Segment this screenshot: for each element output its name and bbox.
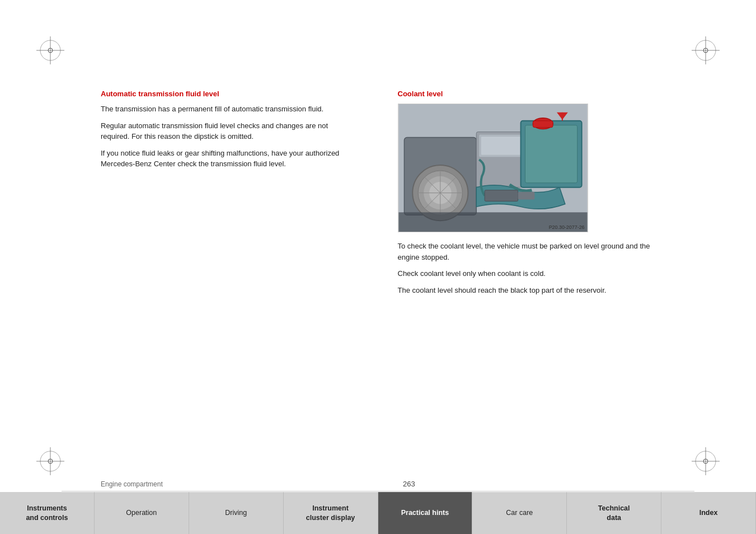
nav-item-car-care[interactable]: Car care [472,492,567,534]
page-footer: Engine compartment 263 [0,480,756,488]
right-para-1: To check the coolant level, the vehicle … [398,241,656,263]
right-para-3: The coolant level should reach the black… [398,285,656,296]
separator-line [62,491,694,491]
reg-mark-br [689,444,722,478]
svg-rect-31 [525,125,577,183]
svg-rect-36 [485,190,518,202]
left-para-2: Regular automatic transmission fluid lev… [101,120,359,142]
nav-item-operation[interactable]: Operation [95,492,189,534]
nav-item-index[interactable]: Index [661,492,756,534]
left-section-title: Automatic transmission fluid level [101,90,359,98]
left-para-1: The transmission has a permanent fill of… [101,104,359,115]
right-para-2: Check coolant level only when coolant is… [398,268,656,279]
nav-item-instrument-cluster-display[interactable]: Instrument cluster display [284,492,378,534]
nav-item-instruments-and-controls[interactable]: Instruments and controls [0,492,95,534]
reg-mark-tr [689,34,722,67]
svg-text:P20.30-2077-26: P20.30-2077-26 [548,224,584,230]
nav-item-driving[interactable]: Driving [189,492,284,534]
nav-item-technical-data[interactable]: Technical data [567,492,661,534]
right-column: Coolant level [392,90,656,433]
page-content: Automatic transmission fluid level The t… [101,90,655,433]
bottom-nav-bar: Instruments and controls Operation Drivi… [0,492,756,534]
reg-mark-tl [34,34,67,67]
left-column: Automatic transmission fluid level The t… [101,90,370,433]
nav-item-practical-hints[interactable]: Practical hints [378,492,473,534]
section-label: Engine compartment [101,480,163,488]
right-section-title: Coolant level [398,90,656,98]
svg-rect-29 [481,136,522,155]
reg-mark-bl [34,444,67,478]
engine-image: P20.30-2077-26 [398,104,588,232]
svg-rect-33 [533,121,553,128]
svg-rect-37 [518,192,534,200]
page-number: 263 [403,480,415,488]
left-para-3: If you notice fluid leaks or gear shifti… [101,148,359,170]
